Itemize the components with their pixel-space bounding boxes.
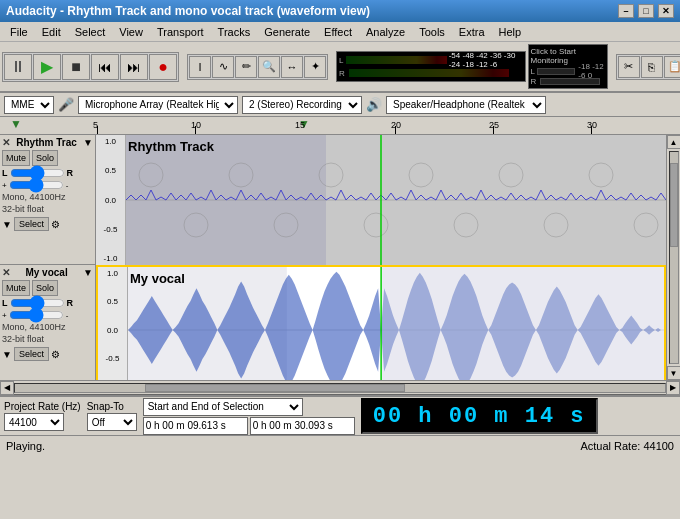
vscroll-up-arrow[interactable]: ▲ <box>667 135 681 149</box>
vscroll-thumb[interactable] <box>670 163 678 247</box>
rhythm-menu-icon[interactable]: ▼ <box>83 137 93 148</box>
rhythm-settings-icon[interactable]: ⚙ <box>51 219 60 230</box>
vertical-scrollbar[interactable]: ▲ ▼ <box>666 135 680 380</box>
rhythm-close-icon[interactable]: ✕ <box>2 137 10 148</box>
svg-point-8 <box>454 213 478 237</box>
menu-select[interactable]: Select <box>69 25 112 39</box>
vscroll-down-arrow[interactable]: ▼ <box>667 366 681 380</box>
vocal-track-label: My vocal <box>130 271 185 286</box>
svg-point-10 <box>544 213 568 237</box>
menu-edit[interactable]: Edit <box>36 25 67 39</box>
maximize-button[interactable]: □ <box>638 4 654 18</box>
selection-tool[interactable]: I <box>189 56 211 78</box>
title-text: Audacity - Rhythm Track and mono vocal t… <box>6 4 370 18</box>
zoom-toolbar: ✂ ⎘ 📋 ⊣ ⊢ ↩ ↪ <box>616 54 680 80</box>
snap-to-label: Snap-To <box>87 401 137 412</box>
vocal-track-name: My vocal <box>25 267 67 278</box>
pause-button[interactable]: ⏸ <box>4 54 32 80</box>
rhythm-y-max: 1.0 <box>105 137 116 146</box>
ruler-label-10: 10 <box>191 120 201 130</box>
rhythm-l-label: L <box>2 168 8 178</box>
horizontal-scrollbar[interactable]: ◀ ▶ <box>0 380 680 394</box>
selection-end-input[interactable] <box>250 417 355 435</box>
rhythm-select-row: ▼ Select ⚙ <box>2 217 93 231</box>
host-select[interactable]: MME <box>4 96 54 114</box>
vocal-gain-slider[interactable] <box>9 310 64 320</box>
vocal-close-icon[interactable]: ✕ <box>2 267 10 278</box>
output-monitor[interactable]: Click to Start Monitoring L -18 -12 -6 0… <box>528 44 608 89</box>
skip-fwd-button[interactable]: ⏭ <box>120 54 148 80</box>
menu-generate[interactable]: Generate <box>258 25 316 39</box>
vocal-collapse-icon[interactable]: ▼ <box>2 349 12 360</box>
vocal-btn-row: Mute Solo <box>2 280 93 296</box>
copy-button[interactable]: ⎘ <box>641 56 663 78</box>
cut-button[interactable]: ✂ <box>618 56 640 78</box>
rhythm-mute-button[interactable]: Mute <box>2 150 30 166</box>
play-button[interactable]: ▶ <box>33 54 61 80</box>
hscroll-right-arrow[interactable]: ▶ <box>666 381 680 395</box>
menu-analyze[interactable]: Analyze <box>360 25 411 39</box>
menu-transport[interactable]: Transport <box>151 25 210 39</box>
menu-extra[interactable]: Extra <box>453 25 491 39</box>
zoom-tool[interactable]: 🔍 <box>258 56 280 78</box>
ruler-label-5: 5 <box>93 120 98 130</box>
minimize-button[interactable]: – <box>618 4 634 18</box>
menu-file[interactable]: File <box>4 25 34 39</box>
close-window-button[interactable]: ✕ <box>658 4 674 18</box>
timeshift-tool[interactable]: ↔ <box>281 56 303 78</box>
hscroll-track[interactable] <box>14 383 666 393</box>
menu-help[interactable]: Help <box>493 25 528 39</box>
tools-group: I ∿ ✏ 🔍 ↔ ✦ <box>187 54 328 80</box>
rhythm-collapse-icon[interactable]: ▼ <box>2 219 12 230</box>
vocal-select-button[interactable]: Select <box>14 347 49 361</box>
titlebar: Audacity - Rhythm Track and mono vocal t… <box>0 0 680 22</box>
vocal-y-zero: 0.0 <box>107 326 118 335</box>
timeline-ruler[interactable]: ▼ 5 10 ▼ 15 20 25 30 <box>0 117 680 135</box>
window-controls: – □ ✕ <box>618 4 674 18</box>
selection-group: Start and End of Selection <box>143 398 355 435</box>
rhythm-track-name: Rhythm Trac <box>16 137 77 148</box>
menu-view[interactable]: View <box>113 25 149 39</box>
multi-tool[interactable]: ✦ <box>304 56 326 78</box>
rhythm-waveform[interactable]: 1.0 0.5 0.0 -0.5 -1.0 Rhythm Track <box>96 135 666 265</box>
rhythm-y-min: -1.0 <box>104 254 118 263</box>
output-device-select[interactable]: Speaker/Headphone (Realtek High <box>386 96 546 114</box>
channel-select[interactable]: 2 (Stereo) Recording Chann <box>242 96 362 114</box>
paste-button[interactable]: 📋 <box>664 56 680 78</box>
vocal-solo-button[interactable]: Solo <box>32 280 58 296</box>
record-button[interactable]: ● <box>149 54 177 80</box>
envelope-tool[interactable]: ∿ <box>212 56 234 78</box>
svg-rect-18 <box>382 267 664 380</box>
menu-tools[interactable]: Tools <box>413 25 451 39</box>
stop-button[interactable]: ■ <box>62 54 90 80</box>
rhythm-y-zero: 0.0 <box>105 196 116 205</box>
rhythm-select-button[interactable]: Select <box>14 217 49 231</box>
snap-to-select[interactable]: Off <box>87 413 137 431</box>
menu-effect[interactable]: Effect <box>318 25 358 39</box>
input-meter: L -54 -48 -42 -36 -30 -24 -18 -12 -6 R <box>336 51 526 82</box>
selection-type-select[interactable]: Start and End of Selection <box>143 398 303 416</box>
rhythm-gain-slider[interactable] <box>9 180 64 190</box>
hscroll-left-arrow[interactable]: ◀ <box>0 381 14 395</box>
draw-tool[interactable]: ✏ <box>235 56 257 78</box>
selection-start-input[interactable] <box>143 417 248 435</box>
output-l-bar <box>537 68 576 75</box>
menu-tracks[interactable]: Tracks <box>212 25 257 39</box>
svg-point-6 <box>364 213 388 237</box>
vocal-y-halfpos: 0.5 <box>107 297 118 306</box>
transport-buttons: ⏸ ▶ ■ ⏮ ⏭ ● <box>2 52 179 82</box>
rhythm-track: ✕ Rhythm Trac ▼ Mute Solo L R + <box>0 135 666 265</box>
vocal-track: ✕ My vocal ▼ Mute Solo L R + <box>0 265 666 380</box>
input-device-select[interactable]: Microphone Array (Realtek High <box>78 96 238 114</box>
project-rate-select[interactable]: 44100 <box>4 413 64 431</box>
vocal-mute-button[interactable]: Mute <box>2 280 30 296</box>
vocal-settings-icon[interactable]: ⚙ <box>51 349 60 360</box>
vocal-waveform-svg <box>128 267 664 380</box>
rhythm-solo-button[interactable]: Solo <box>32 150 58 166</box>
vscroll-track[interactable] <box>669 151 679 364</box>
hscroll-thumb[interactable] <box>145 384 405 392</box>
vocal-waveform[interactable]: 1.0 0.5 0.0 -0.5 -1.0 My vocal <box>96 265 666 380</box>
meter-row-r: R <box>339 67 523 79</box>
vocal-menu-icon[interactable]: ▼ <box>83 267 93 278</box>
skip-back-button[interactable]: ⏮ <box>91 54 119 80</box>
